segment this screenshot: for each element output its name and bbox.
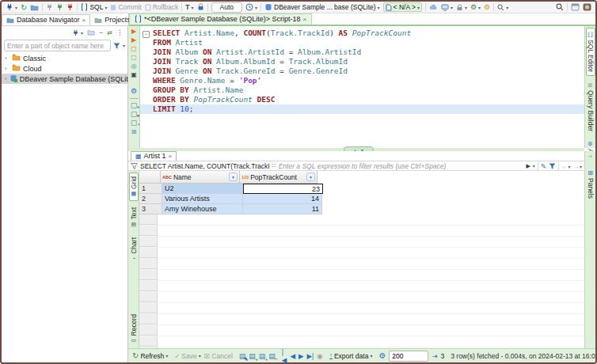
sync-selection-icon[interactable]: ⇄ (107, 29, 112, 36)
nav-forward-icon[interactable]: →▾ (572, 162, 582, 170)
first-page-icon[interactable]: |◀ (282, 348, 287, 364)
editor-settings-gear-icon[interactable]: ⚙ (131, 88, 137, 95)
connect-icon[interactable] (56, 3, 63, 11)
export-data-button[interactable]: ↑ Export data ▾ (329, 352, 373, 360)
nav-new-connection-button[interactable]: ▾ (72, 29, 83, 36)
prev-page-icon[interactable]: ◀ (290, 352, 295, 360)
quick-search-button[interactable]: ▾ (497, 4, 508, 11)
code-line[interactable]: FROM Artist (140, 38, 584, 47)
sql-code-editor[interactable]: − SELECT Artist.Name, COUNT(Track.TrackI… (140, 26, 584, 148)
commit-button[interactable]: Commit (110, 3, 141, 11)
code-line[interactable]: JOIN Track ON Album.AlbumId = Track.Albu… (140, 57, 584, 66)
tree-item-classic[interactable]: ›Classic (2, 53, 127, 63)
execute-script-icon[interactable]: ▶ (131, 36, 136, 44)
empty-row-number-cell[interactable] (139, 248, 158, 258)
record-mode-icon[interactable]: ◉ (317, 352, 322, 360)
presentation-tab-text[interactable]: ▤Text (130, 204, 138, 231)
expand-chevron-icon[interactable]: › (5, 55, 10, 62)
cell-poptrackcount[interactable]: 11 (243, 204, 322, 214)
lock-icon[interactable] (197, 3, 204, 11)
presentation-tab-chart[interactable]: ◔Chart (130, 234, 138, 264)
code-line[interactable]: WHERE Genre.Name = 'Pop' (140, 76, 584, 85)
execute-new-tab-icon[interactable]: ▢ (131, 45, 137, 52)
object-search-input[interactable] (4, 40, 111, 51)
next-page-icon[interactable]: ▶ (298, 352, 304, 360)
expand-chevron-icon[interactable]: › (5, 75, 7, 82)
search-icon[interactable] (556, 3, 564, 11)
code-line[interactable]: SELECT Artist.Name, COUNT(Track.TrackId)… (140, 28, 584, 38)
edit-cell-icon[interactable]: ▤✎ (239, 352, 246, 360)
tree-item-dbeaver-sample-database-sqlite-[interactable]: ›DBeaver Sample Database (SQLite) (2, 74, 127, 84)
panel-collapse-icon[interactable]: ➜ (588, 154, 593, 160)
commit-mode-select[interactable]: Auto (211, 2, 243, 13)
show-view-button[interactable]: ▾ (441, 4, 453, 11)
empty-row-number-cell[interactable] (139, 281, 158, 291)
corner-header-cell[interactable] (139, 171, 161, 184)
explain-plan-icon[interactable]: ◎ (131, 63, 137, 70)
preferences-gear-icon[interactable]: ⚙ (484, 3, 490, 11)
filter-expression-input[interactable]: Enter a SQL expression to filter results… (279, 162, 524, 170)
expand-chevron-icon[interactable]: › (5, 65, 10, 72)
cell-poptrackcount[interactable]: 14 (243, 194, 322, 204)
empty-row-number-cell[interactable] (139, 270, 158, 280)
add-row-icon[interactable]: ▤+ (249, 352, 256, 360)
presentation-tab-grid[interactable]: ▦Grid (129, 173, 139, 201)
tab-query-builder[interactable]: ⊞Query Builder (587, 79, 595, 135)
chevron-down-icon[interactable]: ▾ (123, 43, 125, 48)
execute-statement-icon[interactable]: ▶ (131, 28, 136, 35)
cell-name[interactable]: Amy Winehouse (162, 204, 243, 214)
row-number-cell[interactable]: 1 (139, 184, 162, 194)
security-button[interactable]: ▾ (456, 4, 467, 11)
code-line[interactable]: JOIN Album ON Artist.ArtistId = Album.Ar… (140, 47, 584, 57)
code-fold-marker[interactable]: − (143, 31, 150, 38)
delete-row-icon[interactable]: ▤− (268, 352, 276, 360)
tab-projects[interactable]: Projects (90, 15, 135, 25)
empty-row-number-cell[interactable] (139, 226, 158, 236)
view-menu-icon[interactable]: ⋮ (116, 28, 124, 36)
close-icon[interactable]: × (82, 17, 86, 24)
new-connection-button[interactable]: ▾ (6, 3, 17, 11)
code-line[interactable]: JOIN Genre ON Track.GenreId = Genre.Genr… (140, 66, 584, 76)
disconnect-icon[interactable] (67, 3, 74, 11)
empty-row-number-cell[interactable] (139, 214, 158, 225)
sort-button[interactable]: ▼ (229, 173, 238, 181)
empty-row-number-cell[interactable] (139, 314, 158, 324)
open-script-icon[interactable]: ▢▪ (131, 119, 138, 127)
dbeaver-logo-icon[interactable] (583, 3, 591, 11)
empty-row-number-cell[interactable] (139, 237, 158, 247)
cell-name[interactable]: U2 (162, 184, 243, 194)
code-line[interactable]: GROUP BY Artist.Name (140, 85, 584, 95)
tab-panels[interactable]: ⊞ Panels (587, 166, 595, 202)
last-page-icon[interactable]: ▶| (306, 352, 314, 360)
active-schema-select[interactable]: < N/A > ▾ (383, 2, 422, 12)
expand-filter-icon[interactable]: ∷ (272, 162, 276, 169)
cell-poptrackcount[interactable]: 23 (243, 184, 323, 194)
filter-settings-icon[interactable] (549, 163, 556, 169)
perspective-icon[interactable] (571, 3, 580, 11)
cloud-icon[interactable] (429, 4, 438, 10)
transaction-monitor-button[interactable]: ▾ (245, 3, 257, 11)
empty-row-number-cell[interactable] (139, 303, 158, 313)
invalidate-connection-icon[interactable] (46, 3, 53, 11)
code-line[interactable]: LIMIT 10; (140, 104, 584, 114)
column-header-poptrackcount[interactable]: 123 PopTrackCount ▼ (240, 171, 318, 184)
transaction-mode-button[interactable]: T ▾ (185, 3, 193, 11)
tab-sql-editor[interactable]: ⟦⟧SQL Editor (586, 28, 595, 76)
open-connection-button[interactable] (30, 3, 39, 11)
empty-row-number-cell[interactable] (139, 292, 158, 302)
active-connection-select[interactable]: DBeaver Sample ... base (SQLite) ▾ (264, 3, 380, 11)
close-icon[interactable]: × (169, 153, 173, 160)
refresh-button[interactable]: ↻ Refresh ▾ (132, 351, 168, 360)
row-number-cell[interactable]: 2 (139, 194, 162, 204)
new-sql-editor-button[interactable]: SQL ▾ (81, 3, 107, 11)
script-icon[interactable]: ▢ (131, 54, 137, 61)
collapse-all-icon[interactable]: − (99, 28, 103, 36)
empty-row-number-cell[interactable] (139, 325, 158, 336)
edit-filter-icon[interactable]: ✎ (541, 162, 546, 170)
close-icon[interactable]: × (303, 16, 307, 23)
apply-filter-icon[interactable]: ▶ (526, 163, 530, 169)
sort-button[interactable]: ▼ (306, 173, 315, 181)
column-header-name[interactable]: ABC Name ▼ (161, 171, 240, 184)
nav-back-icon[interactable]: ←▾ (561, 162, 571, 170)
tree-item-cloud[interactable]: ›Cloud (2, 63, 127, 74)
